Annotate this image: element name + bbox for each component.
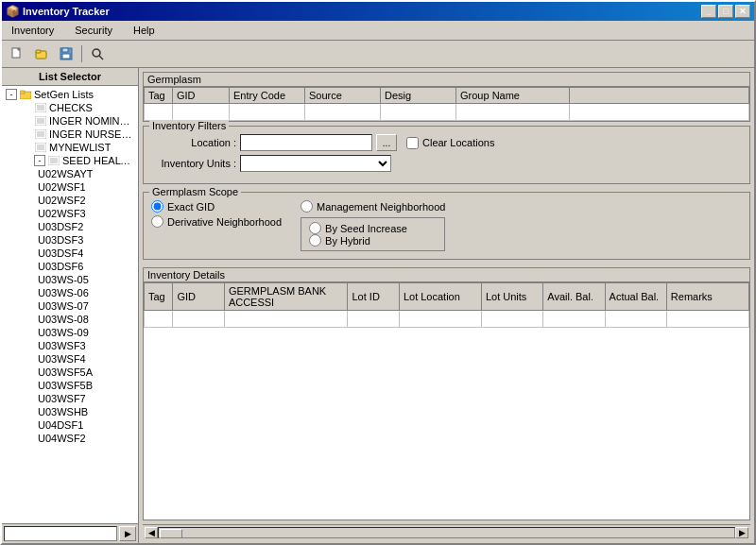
sidebar-label-u03ws-05: U03WS-05	[38, 274, 89, 285]
sidebar-item-inger-nursery[interactable]: INGER NURSERY	[17, 128, 136, 141]
sidebar-item-u02wsf3[interactable]: U02WSF3	[4, 207, 136, 220]
save-button[interactable]	[55, 43, 77, 64]
sidebar-item-u02wsf2[interactable]: U02WSF2	[4, 194, 136, 207]
sidebar-label-u03ws-08: U03WS-08	[38, 314, 89, 325]
sidebar-item-u03ws-07[interactable]: U03WS-07	[4, 299, 136, 313]
expand-seed-health[interactable]: -	[34, 155, 45, 166]
germplasm-scope-section: Germplasm Scope Exact GID Derivative Nei…	[143, 192, 750, 260]
menu-security[interactable]: Security	[69, 23, 118, 38]
by-seed-radio[interactable]	[309, 222, 321, 234]
horizontal-scrollbar-track[interactable]	[158, 527, 735, 538]
sidebar-item-u03wsf3[interactable]: U03WSF3	[4, 339, 136, 352]
sidebar-label-u03ws-06: U03WS-06	[38, 287, 89, 298]
location-browse-button[interactable]: ...	[376, 134, 397, 151]
sidebar-item-u03ws-05[interactable]: U03WS-05	[4, 273, 136, 286]
sidebar-scroll-right[interactable]: ▶	[119, 526, 136, 541]
derivative-radio[interactable]	[151, 215, 163, 228]
sidebar-label-u03wsf5a: U03WSF5A	[38, 366, 93, 378]
germplasm-col-extra	[570, 88, 749, 104]
sidebar-item-u04dsf1[interactable]: U04DSF1	[4, 418, 136, 432]
sidebar-item-mynewlist[interactable]: MYNEWLIST	[17, 141, 136, 154]
sidebar-item-u03dsf4[interactable]: U03DSF4	[4, 247, 136, 260]
new-button[interactable]	[6, 43, 28, 64]
sidebar-item-u03wshb[interactable]: U03WSHB	[4, 405, 136, 418]
list-icon-4	[34, 142, 47, 153]
management-radio[interactable]	[301, 200, 313, 213]
sidebar-item-u02wsf1[interactable]: U02WSF1	[4, 180, 136, 194]
sidebar-item-u02wsayt[interactable]: U02WSAYT	[4, 167, 136, 180]
clear-locations-label: Clear Locations	[422, 137, 494, 148]
inventory-units-row: Inventory Units :	[151, 155, 742, 172]
sidebar-footer: ▶	[2, 523, 138, 543]
sidebar-label-u02wsf3: U02WSF3	[38, 208, 86, 219]
list-icon-2	[34, 115, 47, 127]
menu-help[interactable]: Help	[128, 23, 161, 38]
app-icon: 📦	[6, 5, 19, 18]
sidebar-item-u03wsf5a[interactable]: U03WSF5A	[4, 366, 136, 379]
window-title: Inventory Tracker	[23, 6, 110, 17]
svg-rect-5	[62, 48, 68, 52]
sidebar-label-u03wsf5b: U03WSF5B	[38, 380, 93, 391]
sidebar-item-u03wsf5b[interactable]: U03WSF5B	[4, 379, 136, 392]
svg-rect-6	[62, 54, 70, 59]
location-input[interactable]	[240, 134, 372, 151]
maximize-button[interactable]: □	[718, 5, 733, 18]
management-row: Management Neighborhood	[301, 200, 445, 213]
germplasm-col-entry: Entry Code	[230, 88, 305, 104]
close-button[interactable]: ✕	[735, 5, 750, 18]
sidebar-item-u03wsf4[interactable]: U03WSF4	[4, 352, 136, 366]
sidebar-item-inger-nom[interactable]: INGER NOMINATION LI	[17, 114, 136, 128]
sidebar-label-u03ws-07: U03WS-07	[38, 300, 89, 312]
sidebar-label-u02wsf1: U02WSF1	[38, 181, 86, 193]
sidebar-label-seed-health: SEED HEALTH UNIT	[62, 155, 134, 166]
sidebar-label-u03wsf3: U03WSF3	[38, 340, 86, 351]
sidebar-item-u03dsf3[interactable]: U03DSF3	[4, 233, 136, 247]
sidebar-item-u04wsf2[interactable]: U04WSF2	[4, 432, 136, 445]
menu-inventory[interactable]: Inventory	[6, 23, 60, 38]
sidebar-label-checks: CHECKS	[49, 102, 93, 113]
sidebar-item-u03ws-06[interactable]: U03WS-06	[4, 286, 136, 299]
inventory-units-label: Inventory Units :	[151, 158, 236, 169]
bottom-scrollbar[interactable]: ◀ ▶	[143, 524, 750, 539]
expand-root[interactable]: -	[6, 89, 17, 100]
sidebar-item-u03wsf7[interactable]: U03WSF7	[4, 392, 136, 405]
det-col-gid: GID	[173, 283, 224, 311]
open-button[interactable]	[30, 43, 53, 64]
scroll-right-button[interactable]: ▶	[735, 527, 748, 538]
sidebar-item-u03ws-08[interactable]: U03WS-08	[4, 313, 136, 326]
sidebar-label-u03dsf4: U03DSF4	[38, 247, 83, 259]
exact-gid-label: Exact GID	[167, 201, 215, 213]
sidebar-label-u03dsf6: U03DSF6	[38, 261, 83, 272]
sidebar-header: List Selector	[2, 68, 138, 86]
sidebar-scroll-bar[interactable]	[4, 526, 117, 541]
inventory-units-select[interactable]	[240, 155, 391, 172]
sidebar-label-u03wsf4: U03WSF4	[38, 353, 86, 365]
main-content: List Selector - SetGen Lists CHECKS	[2, 68, 754, 543]
sidebar-item-u03ws-09[interactable]: U03WS-09	[4, 326, 136, 339]
by-seed-label: By Seed Increase	[325, 223, 407, 234]
germplasm-empty-row	[145, 104, 749, 121]
sidebar-label-inger-nom: INGER NOMINATION LI	[49, 115, 134, 127]
germplasm-header: Germplasm	[144, 73, 749, 87]
details-table-wrap[interactable]: Tag GID GERMPLASM BANK ACCESSI Lot ID Lo…	[144, 282, 749, 519]
sidebar-item-checks[interactable]: CHECKS	[17, 101, 136, 114]
clear-locations-checkbox[interactable]	[406, 137, 419, 149]
sidebar-item-u03dsf6[interactable]: U03DSF6	[4, 260, 136, 273]
toolbar-separator	[81, 45, 82, 62]
det-col-lotunits: Lot Units	[481, 283, 542, 311]
sidebar-root[interactable]: - SetGen Lists	[4, 88, 136, 101]
svg-rect-3	[36, 50, 41, 53]
horizontal-scrollbar-thumb[interactable]	[160, 529, 182, 538]
scroll-left-button[interactable]: ◀	[145, 527, 158, 538]
by-hybrid-radio[interactable]	[309, 234, 321, 247]
sidebar-item-seed-health[interactable]: - SEED HEALTH UNIT	[17, 154, 136, 167]
germplasm-col-desig: Desig	[381, 88, 456, 104]
exact-gid-radio[interactable]	[151, 200, 163, 213]
germplasm-table-wrap[interactable]: Tag GID Entry Code Source Desig Group Na…	[144, 87, 749, 121]
det-col-accessi: GERMPLASM BANK ACCESSI	[224, 283, 348, 311]
search-button[interactable]	[86, 43, 109, 64]
minimize-button[interactable]: _	[701, 5, 716, 18]
sidebar-tree[interactable]: - SetGen Lists CHECKS	[2, 86, 138, 523]
sidebar-item-u03dsf2[interactable]: U03DSF2	[4, 220, 136, 233]
sidebar-label-u03dsf2: U03DSF2	[38, 221, 83, 232]
